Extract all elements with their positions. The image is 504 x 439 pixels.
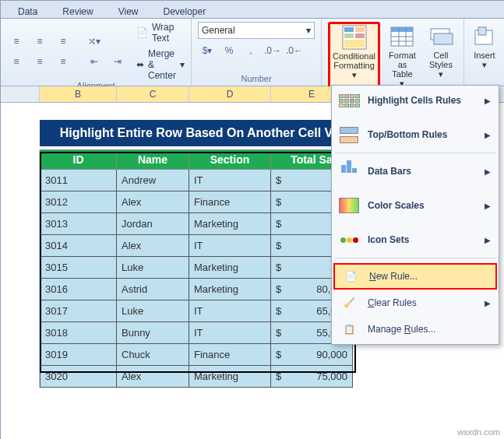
cell-section[interactable]: IT [189,170,271,191]
cell-name[interactable]: Alex [117,191,189,213]
align-right-icon[interactable]: ≡ [54,52,72,71]
submenu-arrow-icon: ▶ [485,131,491,139]
title-cell[interactable]: Highlight Entire Row Based On Another Ce… [40,120,353,146]
menu-databars-label: Data Bars [368,166,411,177]
cell-name[interactable]: Luke [117,257,189,279]
submenu-arrow-icon: ▶ [485,167,491,176]
cell-total[interactable]: $75,000 [271,366,353,388]
menu-top-bottom[interactable]: Top/Bottom Rules ▶ [332,121,499,148]
cell-name[interactable]: Luke [117,300,189,322]
align-top-icon[interactable]: ≡ [7,32,26,51]
cell-id[interactable]: 3017 [40,300,117,322]
menu-new-rule[interactable]: 📄 New Rule... [333,263,497,290]
cell-section[interactable]: Finance [189,344,271,366]
menu-manage-label: Manage Rules... [368,324,435,335]
decrease-decimal-icon[interactable]: .0← [285,41,304,60]
svg-rect-15 [478,27,486,35]
format-as-table-button[interactable]: Format as Table ▾ [385,22,420,89]
align-bottom-icon[interactable]: ≡ [54,32,72,51]
cell-section[interactable]: Marketing [189,279,271,300]
tab-data[interactable]: Data [7,5,48,18]
cell-name[interactable]: Jordan [117,213,189,235]
cell-section[interactable]: Finance [189,191,271,213]
cell-name[interactable]: Astrid [117,279,189,300]
cell-styles-label: Cell Styles ▾ [428,51,453,79]
insert-label: Insert [474,51,495,60]
menu-manage-rules[interactable]: 📋 Manage Rules... [332,316,499,342]
new-rule-icon: 📄 [340,268,361,285]
cell-name[interactable]: Andrew [117,170,189,191]
cell-name[interactable]: Alex [117,366,189,388]
group-alignment: ≡ ≡ ≡ ⤭▾ ≡ ≡ ≡ ⇤ ⇥ 📄 Wrap T [1,19,192,86]
menu-data-bars[interactable]: Data Bars ▶ [332,158,499,184]
insert-button[interactable]: Insert▾ [468,22,501,70]
wrap-text-label: Wrap Text [152,22,185,44]
menu-highlight-cells[interactable]: Highlight Cells Rules ▶ [332,87,499,114]
cell-section[interactable]: Marketing [189,213,271,235]
ribbon-tabs: Data Review View Developer [1,1,504,19]
cell-id[interactable]: 3014 [40,235,117,257]
comma-format-icon[interactable]: , [241,41,260,60]
percent-format-icon[interactable]: % [220,41,238,60]
merge-icon: ⬌ [136,59,144,70]
menu-topbottom-label: Top/Bottom Rules [368,129,447,140]
cell-section[interactable]: Marketing [189,257,271,279]
insert-icon [472,24,497,49]
cell-name[interactable]: Alex [117,235,189,257]
align-middle-icon[interactable]: ≡ [30,32,49,51]
table-row[interactable]: 3020AlexMarketing$75,000 [1,366,504,388]
cf-label: Conditional Formatting ▾ [333,51,375,79]
col-header-b[interactable]: B [40,86,117,102]
cell-name[interactable]: Bunny [117,322,189,344]
conditional-formatting-button[interactable]: Conditional Formatting ▾ [328,22,380,89]
cell-id[interactable]: 3020 [40,366,117,388]
menu-icon-sets[interactable]: Icon Sets ▶ [332,227,499,253]
menu-color-scales[interactable]: Color Scales ▶ [332,192,499,219]
menu-highlight-label: Highlight Cells Rules [368,95,461,106]
manage-rules-icon: 📋 [338,321,360,338]
header-section[interactable]: Section [189,149,271,170]
cell-section[interactable]: IT [189,235,271,257]
cell-id[interactable]: 3015 [40,257,117,279]
chevron-down-icon: ▾ [306,25,311,36]
cell-id[interactable]: 3011 [40,170,117,191]
menu-separator [335,258,495,258]
svg-rect-2 [355,27,365,32]
cell-id[interactable]: 3013 [40,213,117,235]
increase-decimal-icon[interactable]: .0→ [263,41,282,60]
merge-center-button[interactable]: ⬌ Merge & Center ▾ [136,48,185,81]
group-styles: Conditional Formatting ▾ Format as Table… [322,19,464,86]
accounting-format-icon[interactable]: $▾ [198,41,217,60]
conditional-formatting-menu: Highlight Cells Rules ▶ Top/Bottom Rules… [331,85,499,345]
wrap-text-icon: 📄 [136,27,148,38]
cell-id[interactable]: 3018 [40,322,117,344]
align-left-icon[interactable]: ≡ [7,52,26,71]
svg-rect-4 [355,33,365,38]
tab-developer[interactable]: Developer [153,5,217,18]
tab-view[interactable]: View [107,5,150,18]
increase-indent-icon[interactable]: ⇥ [108,52,127,71]
header-name[interactable]: Name [117,149,189,170]
cell-section[interactable]: Marketing [189,366,271,388]
menu-clear-rules[interactable]: 🧹 Clear Rules ▶ [332,290,499,316]
header-id[interactable]: ID [40,149,117,170]
cell-section[interactable]: IT [189,322,271,344]
cell-id[interactable]: 3019 [40,344,117,366]
decrease-indent-icon[interactable]: ⇤ [85,52,104,71]
menu-colorscales-label: Color Scales [368,200,425,211]
cell-total[interactable]: $90,000 [271,344,353,366]
align-center-icon[interactable]: ≡ [30,52,49,71]
col-header-c[interactable]: C [117,86,189,102]
format-table-icon [389,24,414,49]
orientation-icon[interactable]: ⤭▾ [85,32,104,51]
wrap-text-button[interactable]: 📄 Wrap Text [136,22,185,44]
cell-name[interactable]: Chuck [117,344,189,366]
cell-section[interactable]: IT [189,300,271,322]
tab-review[interactable]: Review [51,5,104,18]
col-header-d[interactable]: D [189,86,271,102]
cell-styles-button[interactable]: Cell Styles ▾ [425,22,457,89]
table-row[interactable]: 3019ChuckFinance$90,000 [1,344,504,366]
cell-id[interactable]: 3012 [40,191,117,213]
number-format-select[interactable]: General ▾ [198,22,315,39]
cell-id[interactable]: 3016 [40,279,117,300]
